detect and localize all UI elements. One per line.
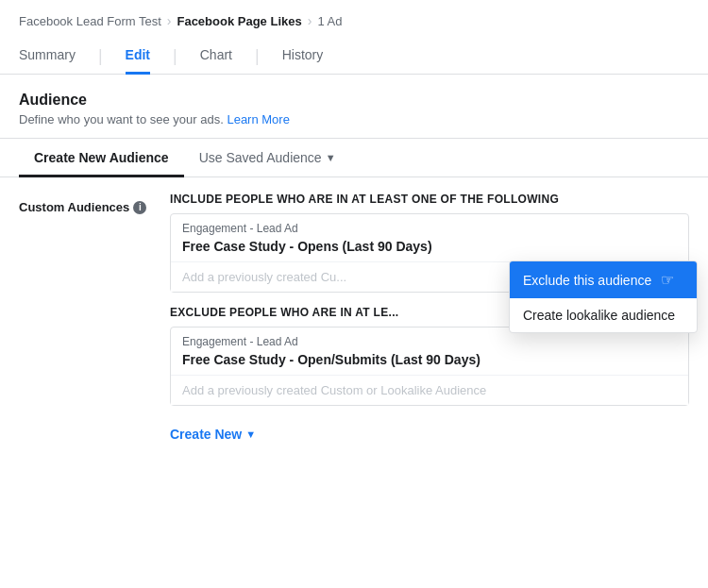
exclude-box-input-row: Add a previously created Custom or Looka… [171,375,688,405]
sub-tabs: Create New Audience Use Saved Audience ▼ [0,139,708,177]
nav-divider-1: | [98,47,103,64]
include-box-title: Free Case Study - Opens (Last 90 Days) [171,239,688,261]
include-section-label: INCLUDE people who are in at least ONE o… [170,193,689,206]
audience-title: Audience [19,92,689,109]
nav-divider-3: | [255,47,260,64]
custom-audiences-label: Custom Audiences i [19,200,170,214]
breadcrumb-part3: 1 Ad [317,14,342,28]
create-new-button[interactable]: Create New ▼ [170,425,256,444]
tab-create-new-audience[interactable]: Create New Audience [19,139,184,177]
label-col-custom: Custom Audiences i [19,193,170,444]
breadcrumb-part2: Facebook Page Likes [177,14,301,28]
exclude-box-title: Free Case Study - Open/Submits (Last 90 … [171,352,688,375]
main-content: Custom Audiences i INCLUDE people who ar… [0,177,708,459]
add-previously-row: Add a previously created Cu... [182,270,677,284]
create-new-dropdown-arrow: ▼ [245,428,256,440]
custom-audiences-info-icon[interactable]: i [133,201,146,214]
breadcrumb-sep2: › [308,13,312,28]
tab-chart[interactable]: Chart [200,38,232,75]
breadcrumb: Facebook Lead Form Test › Facebook Page … [0,0,708,38]
tab-summary[interactable]: Summary [19,38,76,75]
add-previously-placeholder[interactable]: Add a previously created Cu... [182,270,390,284]
nav-tabs: Summary | Edit | Chart | History [0,38,708,75]
exclude-audience-item[interactable]: Exclude this audience ☞ [510,261,697,298]
include-box-header: Engagement - Lead Ad [171,214,688,239]
audience-section-header: Audience Define who you want to see your… [0,75,708,139]
audience-row-include: Custom Audiences i INCLUDE people who ar… [19,193,689,444]
exclude-dropdown-menu: Exclude this audience ☞ Create lookalike… [509,260,698,333]
use-saved-dropdown-arrow: ▼ [326,152,336,163]
tab-edit[interactable]: Edit [126,38,150,75]
create-lookalike-item[interactable]: Create lookalike audience [510,298,697,332]
include-box-input-row: Add a previously created Cu... [171,261,688,292]
breadcrumb-sep1: › [167,13,172,28]
include-content-col: INCLUDE people who are in at least ONE o… [170,193,689,444]
exclude-box-placeholder[interactable]: Add a previously created Custom or Looka… [182,383,486,397]
tab-history[interactable]: History [282,38,324,75]
audience-description: Define who you want to see your ads. Lea… [19,112,689,126]
tab-use-saved-audience[interactable]: Use Saved Audience ▼ [184,139,351,177]
learn-more-link[interactable]: Learn More [227,112,289,126]
breadcrumb-part1: Facebook Lead Form Test [19,14,161,28]
include-audience-box: Engagement - Lead Ad Free Case Study - O… [170,213,689,293]
nav-divider-2: | [173,47,177,64]
cursor-icon: ☞ [661,272,674,288]
exclude-audience-box: Engagement - Lead Ad Free Case Study - O… [170,327,689,406]
